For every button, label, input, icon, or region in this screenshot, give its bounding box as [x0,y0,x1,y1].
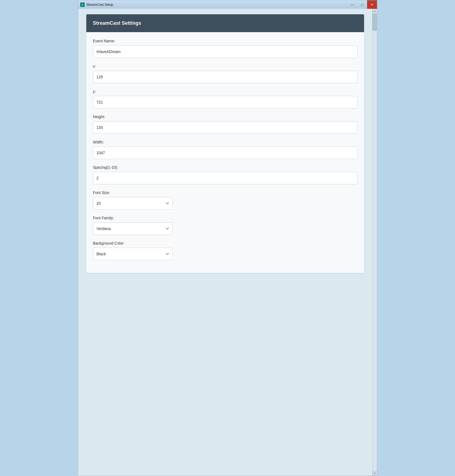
font-family-wrapper: ArialCourier NewGeorgiaTahomaTimes New R… [93,222,173,235]
font-size-group: Font Size: 101214161820222428323648 [93,190,357,210]
settings-body: Event Name: x: y: Heigh [86,32,364,273]
event-name-label: Event Name: [93,39,357,43]
bg-color-select[interactable]: BlackWhiteRedBlueGreenYellowGray [93,248,173,260]
scroll-up-button[interactable]: ▲ [373,9,377,13]
event-name-group: Event Name: [93,39,357,58]
window-controls: — □ ✕ [347,0,377,9]
scroll-down-button[interactable]: ▼ [373,471,377,476]
font-size-select[interactable]: 101214161820222428323648 [93,197,173,210]
y-group: y: [93,89,357,109]
event-name-input[interactable] [93,45,357,58]
y-label: y: [93,89,357,94]
settings-title: StreamCast Settings [93,20,141,26]
font-family-label: Font Family: [93,216,357,220]
y-input[interactable] [93,96,357,109]
maximize-button[interactable]: □ [357,0,367,9]
font-family-group: Font Family: ArialCourier NewGeorgiaTaho… [93,216,357,235]
window-title: StreamCast Setup [86,3,113,7]
width-group: Width: [93,140,357,159]
font-size-label: Font Size: [93,190,357,195]
height-label: Height: [93,115,357,119]
app-icon: S [80,2,85,7]
window-content: StreamCast Settings Event Name: x: [78,9,377,476]
font-family-select[interactable]: ArialCourier NewGeorgiaTahomaTimes New R… [93,222,173,235]
height-group: Height: [93,115,357,134]
width-input[interactable] [93,146,357,159]
font-size-wrapper: 101214161820222428323648 [93,197,173,210]
bg-color-group: Background Color BlackWhiteRedBlueGreenY… [93,241,357,260]
x-group: x: [93,64,357,83]
bg-color-wrapper: BlackWhiteRedBlueGreenYellowGray [93,248,173,260]
close-button[interactable]: ✕ [367,0,377,9]
bg-color-label: Background Color [93,241,357,245]
settings-header: StreamCast Settings [86,14,364,32]
scroll-track[interactable] [373,13,377,471]
spacing-group: Spacing(1-10): [93,165,357,184]
main-area: StreamCast Settings Event Name: x: [78,9,372,476]
height-input[interactable] [93,121,357,134]
spacing-label: Spacing(1-10): [93,165,357,170]
scrollbar: ▲ ▼ [372,9,377,476]
spacing-input[interactable] [93,172,357,184]
settings-panel: StreamCast Settings Event Name: x: [86,14,364,273]
x-input[interactable] [93,71,357,83]
minimize-button[interactable]: — [347,0,357,9]
title-bar: S StreamCast Setup — □ ✕ [78,0,377,9]
x-label: x: [93,64,357,68]
width-label: Width: [93,140,357,144]
scroll-thumb[interactable] [373,14,377,31]
